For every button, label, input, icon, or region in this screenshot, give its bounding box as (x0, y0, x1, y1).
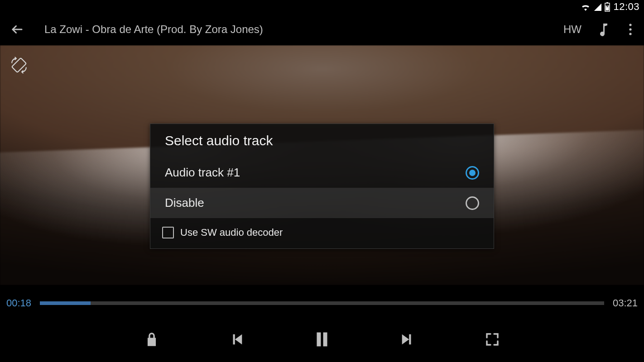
pause-button[interactable] (311, 329, 333, 350)
seek-bar-fill (40, 301, 91, 305)
option-label: Audio track #1 (165, 166, 240, 180)
wifi-icon (581, 3, 591, 11)
next-button[interactable] (396, 329, 418, 350)
svg-rect-6 (12, 58, 26, 72)
svg-point-4 (629, 28, 631, 30)
app-bar: La Zowi - Obra de Arte (Prod. By Zora Jo… (0, 14, 644, 45)
radio-selected-icon (466, 166, 479, 180)
svg-rect-1 (606, 2, 608, 3)
svg-point-5 (629, 33, 631, 35)
sw-audio-decoder-checkbox-row[interactable]: Use SW audio decoder (150, 218, 494, 248)
status-time: 12:03 (613, 1, 639, 13)
lock-button[interactable] (141, 329, 163, 350)
select-audio-track-dialog: Select audio track Audio track #1 Disabl… (150, 124, 494, 249)
cellular-icon (593, 3, 601, 11)
previous-button[interactable] (226, 329, 248, 350)
music-note-icon[interactable] (595, 21, 611, 38)
back-button[interactable] (8, 20, 26, 38)
status-bar: 12:03 (0, 0, 644, 14)
progress-bar-area: 00:18 03:21 (0, 290, 644, 317)
audio-track-option-1[interactable]: Audio track #1 (150, 157, 494, 188)
checkbox-label: Use SW audio decoder (180, 227, 283, 238)
fullscreen-button[interactable] (481, 329, 503, 350)
current-time: 00:18 (6, 297, 35, 309)
svg-point-3 (629, 24, 631, 26)
dialog-title: Select audio track (150, 124, 494, 157)
checkbox-unchecked-icon (162, 227, 174, 238)
audio-track-option-disable[interactable]: Disable (150, 188, 494, 218)
option-label: Disable (165, 196, 204, 210)
radio-unselected-icon (466, 196, 479, 210)
video-title: La Zowi - Obra de Arte (Prod. By Zora Jo… (44, 23, 263, 36)
battery-icon (604, 2, 610, 12)
playback-controls (0, 317, 644, 362)
decoder-toggle[interactable]: HW (563, 23, 582, 36)
svg-rect-8 (323, 333, 327, 347)
rotate-screen-button[interactable] (8, 54, 30, 76)
seek-bar[interactable] (40, 301, 604, 305)
more-options-button[interactable] (625, 21, 636, 38)
total-time: 03:21 (609, 297, 638, 309)
svg-rect-7 (317, 333, 321, 347)
